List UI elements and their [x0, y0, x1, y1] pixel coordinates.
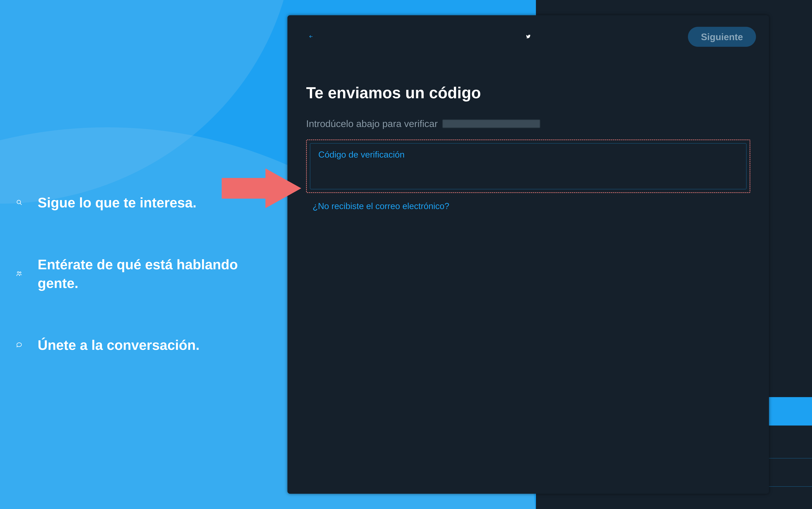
svg-line-1: [20, 204, 22, 205]
modal-title: Te enviamos un código: [306, 84, 750, 102]
value-prop-item: Entérate de qué está hablando gente.: [16, 255, 260, 293]
pointer-arrow-annotation: [222, 168, 301, 209]
svg-point-3: [20, 272, 21, 273]
redacted-email: [443, 120, 540, 128]
twitter-bird-icon: [526, 34, 531, 40]
modal-header: Siguiente: [287, 15, 769, 58]
value-prop-label: Únete a la conversación.: [38, 336, 200, 354]
verification-modal: Siguiente Te enviamos un código Introdúc…: [287, 15, 769, 494]
highlight-annotation: Código de verificación: [306, 139, 750, 193]
people-icon: [16, 271, 22, 277]
modal-body: Te enviamos un código Introdúcelo abajo …: [287, 58, 769, 211]
value-prop-list: Sigue lo que te interesa. Entérate de qu…: [16, 194, 260, 398]
modal-subtitle-text: Introdúcelo abajo para verificar: [306, 118, 438, 129]
value-prop-label: Entérate de qué está hablando gente.: [38, 255, 260, 293]
value-prop-label: Sigue lo que te interesa.: [38, 194, 197, 212]
verification-code-field[interactable]: Código de verificación: [310, 143, 746, 189]
back-button[interactable]: [301, 26, 322, 47]
chat-icon: [16, 342, 22, 348]
search-icon: [16, 199, 22, 206]
value-prop-item: Únete a la conversación.: [16, 336, 260, 354]
next-button[interactable]: Siguiente: [688, 27, 756, 46]
verification-code-input[interactable]: [318, 163, 738, 175]
svg-point-2: [17, 272, 19, 273]
modal-subtitle: Introdúcelo abajo para verificar: [306, 118, 750, 129]
input-floating-label: Código de verificación: [318, 149, 738, 160]
arrow-left-icon: [309, 34, 313, 39]
resend-email-link[interactable]: ¿No recibiste el correo electrónico?: [313, 201, 449, 211]
